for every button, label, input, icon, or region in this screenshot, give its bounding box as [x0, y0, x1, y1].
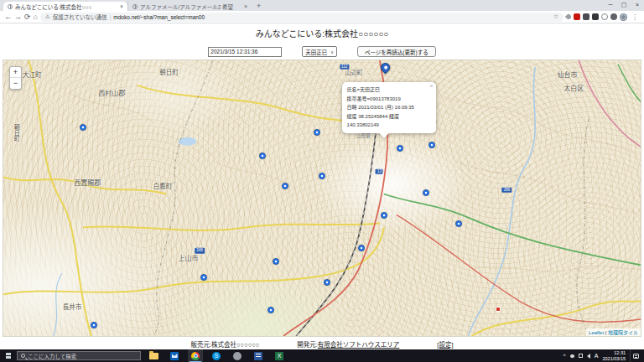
browser-toolbar: ← → ⟳ ⌂ ⚠ 保護されていない通信 | mdoko.net/~sha/?m… [0, 11, 644, 23]
minimize-button[interactable]: ─ [604, 0, 617, 9]
web-page: みんなどこにいる:株式会社○○○○○○ 天田正巳 ∨ ページを再読込(更新)する [0, 23, 644, 349]
marker-popup: × 氏名=天田正巳 携帯番号=09013783019 日時 2021/03/01… [342, 82, 436, 133]
mail-app-icon[interactable] [167, 349, 182, 362]
home-icon[interactable]: ⌂ [34, 13, 38, 21]
address-bar[interactable]: ⚠ 保護されていない通信 | mdoko.net/~sha/?man_selec… [40, 13, 564, 22]
map-container[interactable]: 大江町朝日町西村山郡山辺町仙台市太白区西置賜郡白鷹町上山市長井市朝日町山形駅11… [3, 59, 641, 337]
windows-taskbar: ここに入力して検索 S X ^ A 12:31 2021/03/15 [0, 349, 644, 362]
profile-avatar[interactable] [620, 13, 627, 21]
file-explorer-icon[interactable] [146, 349, 161, 362]
start-button[interactable] [0, 349, 17, 362]
taskbar-search-input[interactable]: ここに入力して検索 [17, 351, 141, 360]
controls-row: 天田正巳 ∨ ページを再読込(更新)する [0, 46, 644, 57]
bookmark-star-icon[interactable]: ☆ [553, 13, 558, 20]
pin-icon [379, 61, 392, 75]
security-label[interactable]: 保護されていない通信 [53, 13, 107, 21]
location-marker[interactable] [267, 307, 274, 313]
tab-alpha-mail[interactable]: アルファメール/アルファメール2 希望 × [127, 2, 252, 11]
tab-minna-dokoni-iru[interactable]: みんなどこにいる:株式会社○○○ × [3, 2, 127, 11]
network-icon[interactable] [579, 354, 583, 358]
reload-icon[interactable]: ⟳ [24, 13, 31, 21]
person-select[interactable]: 天田正巳 ∨ [302, 46, 337, 57]
zoom-in-button[interactable]: + [10, 67, 21, 78]
tab-title: みんなどこにいる:株式会社○○○ [15, 3, 117, 11]
clock-date: 2021/03/15 [602, 356, 626, 361]
pin-marker[interactable] [381, 63, 391, 75]
location-marker[interactable] [91, 322, 97, 328]
popup-datetime: 日時 2021/03/01 (月) 16:09:35 [347, 103, 430, 112]
location-marker[interactable] [273, 258, 279, 265]
map-overlay-layer: 大江町朝日町西村山郡山辺町仙台市太白区西置賜郡白鷹町上山市長井市朝日町山形駅11… [3, 60, 641, 336]
app-icon[interactable] [230, 349, 245, 362]
ime-language-indicator[interactable]: A [595, 353, 599, 359]
extension-icon[interactable] [610, 13, 617, 20]
gsi-tiles-link[interactable]: 地理院タイル [608, 330, 638, 335]
settings-link[interactable]: [設定] [437, 339, 453, 349]
map-zoom-control: + − [9, 66, 22, 90]
popup-close-icon[interactable]: × [429, 83, 433, 89]
word-app-icon[interactable] [251, 349, 266, 362]
tab-close-icon[interactable]: × [120, 3, 123, 9]
location-marker[interactable] [319, 173, 325, 179]
forward-icon[interactable]: → [14, 13, 22, 21]
browser-tabstrip: みんなどこにいる:株式会社○○○ × アルファメール/アルファメール2 希望 ×… [0, 0, 644, 11]
location-marker[interactable] [428, 142, 435, 148]
onedrive-icon[interactable] [570, 354, 574, 358]
excel-icon[interactable]: X [272, 349, 287, 362]
location-marker[interactable] [314, 129, 320, 136]
pin-extension-icon[interactable] [565, 13, 572, 20]
location-marker[interactable] [80, 124, 86, 131]
map-place-label: 西置賜郡 [74, 177, 101, 186]
location-marker[interactable] [423, 189, 429, 196]
location-marker[interactable] [397, 145, 403, 152]
search-placeholder: ここに入力して検索 [28, 352, 76, 360]
action-center-icon[interactable] [630, 349, 641, 362]
maximize-button[interactable]: ▢ [617, 0, 631, 9]
chrome-icon[interactable] [188, 349, 203, 362]
taskbar-clock[interactable]: 12:31 2021/03/15 [602, 350, 626, 361]
location-marker[interactable] [358, 245, 365, 251]
route-shield: 13 [376, 168, 383, 174]
new-tab-button[interactable]: + [252, 2, 266, 11]
map-place-label: 朝日町 [159, 66, 179, 75]
tray-chevron-icon[interactable]: ^ [564, 353, 566, 359]
location-marker[interactable] [381, 212, 387, 219]
globe-favicon-icon [8, 4, 13, 9]
location-marker[interactable] [455, 220, 462, 227]
route-shield: 286 [502, 187, 512, 193]
map-place-label: 西村山郡 [98, 87, 125, 96]
location-marker[interactable] [324, 279, 330, 286]
datetime-input[interactable] [208, 47, 282, 57]
search-icon [21, 354, 25, 358]
developer-text: 開発元:有限会社ソフトハウスエリア [297, 339, 399, 349]
extension-icon[interactable] [583, 13, 589, 20]
developer-link[interactable]: 有限会社ソフトハウスエリア [318, 341, 400, 349]
page-url[interactable]: mdoko.net/~sha/?man_select=man00 [113, 14, 205, 20]
close-window-button[interactable]: × [631, 0, 644, 9]
tab-close-icon[interactable]: × [244, 3, 247, 9]
location-marker[interactable] [259, 153, 266, 159]
map-place-label: 山形駅 [356, 132, 371, 139]
extension-icon[interactable] [601, 13, 608, 20]
map-place-label: 朝日町 [12, 123, 20, 141]
address-divider: | [110, 14, 112, 20]
seller-text: 販売元:株式会社○○○○○○ [190, 339, 259, 349]
globe-favicon-icon [132, 4, 138, 9]
extension-icon[interactable] [592, 13, 599, 20]
location-marker[interactable] [200, 274, 207, 281]
map-attribution: Leaflet | 地理院タイル [586, 328, 641, 336]
location-marker[interactable] [282, 183, 288, 189]
map-place-label: 太白区 [564, 82, 584, 91]
skype-icon[interactable]: S [209, 349, 224, 362]
browser-menu-icon[interactable]: ⋮ [630, 13, 640, 21]
reload-page-button[interactable]: ページを再読込(更新)する [357, 46, 436, 57]
back-icon[interactable]: ← [4, 13, 12, 21]
adobe-acrobat-icon[interactable] [574, 13, 580, 20]
page-title: みんなどこにいる:株式会社○○○○○○ [0, 23, 644, 39]
volume-icon[interactable] [587, 354, 590, 359]
zoom-out-button[interactable]: − [10, 78, 21, 89]
route-shield: 112 [340, 65, 349, 70]
map-poi-icon [496, 307, 501, 312]
leaflet-link[interactable]: Leaflet [589, 330, 604, 335]
developer-label: 開発元: [297, 341, 318, 349]
